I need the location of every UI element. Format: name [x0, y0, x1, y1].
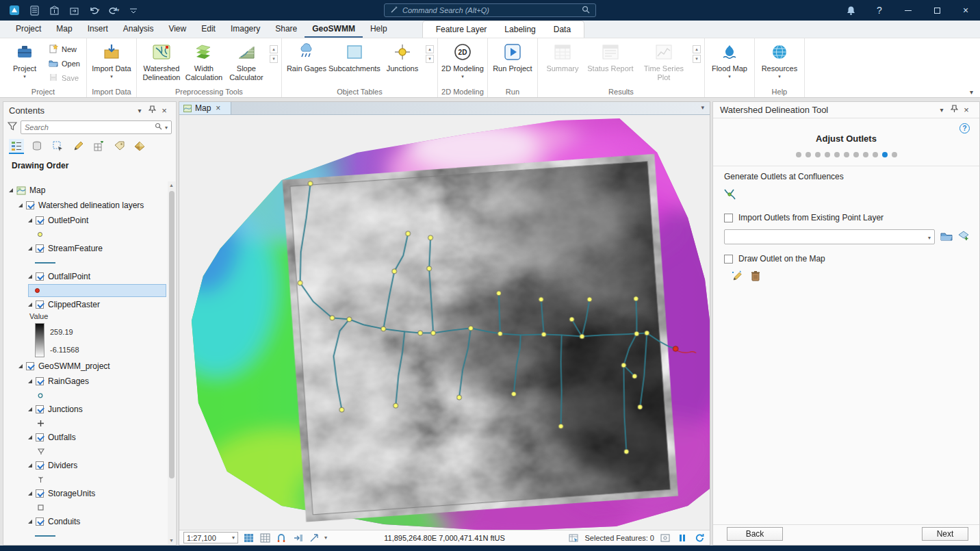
tab-help[interactable]: Help — [363, 21, 395, 38]
junctions-button[interactable]: Junctions — [381, 40, 424, 73]
junctions-symbol[interactable] — [5, 417, 167, 430]
map-canvas[interactable] — [179, 115, 710, 531]
new-button[interactable]: New — [46, 43, 83, 55]
close-button[interactable]: × — [951, 0, 980, 21]
project-button[interactable]: Project ▾ — [3, 40, 46, 79]
scroll-up-icon[interactable]: ▴ — [693, 45, 701, 53]
minimize-button[interactable] — [894, 0, 923, 21]
scroll-up-icon[interactable]: ▴ — [270, 45, 278, 53]
import-outlets-checkbox[interactable] — [724, 214, 733, 222]
tree-item-outfallpoint[interactable]: OutfallPoint — [5, 269, 167, 284]
dividers-symbol[interactable] — [5, 473, 167, 486]
collapse-icon[interactable] — [28, 520, 32, 524]
tree-item-watershed-delineation-layers[interactable]: Watershed delineation layers — [5, 198, 167, 213]
layer-visibility-checkbox[interactable] — [36, 433, 44, 441]
tab-view[interactable]: View — [161, 21, 194, 38]
status-report-button[interactable]: Status Report — [584, 40, 637, 73]
storageunits-symbol[interactable] — [5, 501, 167, 514]
outfallpoint-symbol-selected[interactable] — [28, 284, 166, 297]
collapse-icon[interactable] — [28, 218, 32, 222]
group-scroll-arrows[interactable]: ▴▾ — [270, 40, 278, 63]
group-scroll-arrows[interactable]: ▴▾ — [693, 40, 701, 63]
scroll-down-icon[interactable]: ▾ — [693, 55, 701, 63]
draw-outlet-pencil-icon[interactable] — [731, 270, 743, 283]
scroll-up-icon[interactable]: ▲ — [168, 181, 175, 189]
next-button[interactable]: Next — [922, 527, 968, 541]
save-button[interactable]: Save — [46, 72, 83, 84]
help-icon[interactable]: ? — [865, 0, 894, 21]
run-project-button[interactable]: Run Project — [491, 40, 534, 73]
contents-search-input[interactable] — [25, 123, 152, 131]
snapping-toggle-icon[interactable] — [275, 532, 287, 543]
collapse-icon[interactable] — [28, 407, 32, 411]
layer-visibility-checkbox[interactable] — [36, 461, 44, 470]
scroll-down-icon[interactable]: ▾ — [270, 55, 278, 63]
scroll-down-icon[interactable]: ▾ — [426, 55, 434, 63]
layer-visibility-checkbox[interactable] — [26, 362, 34, 370]
collapse-icon[interactable] — [18, 364, 23, 368]
tree-item-outletpoint[interactable]: OutletPoint — [5, 213, 167, 228]
tab-insert[interactable]: Insert — [80, 21, 116, 38]
collapse-icon[interactable] — [28, 435, 32, 439]
open-button[interactable]: Open — [46, 57, 83, 70]
raingages-symbol[interactable] — [5, 389, 167, 402]
list-by-perspective-icon[interactable] — [132, 139, 147, 154]
time-series-plot-button[interactable]: Time Series Plot — [637, 40, 691, 81]
package-icon[interactable] — [47, 3, 62, 17]
layer-visibility-checkbox[interactable] — [36, 517, 44, 526]
list-by-drawing-order-icon[interactable] — [9, 139, 24, 154]
tree-item-geoswmm-project[interactable]: GeoSWMM_project — [5, 359, 167, 374]
list-by-snapping-icon[interactable] — [91, 139, 106, 154]
tab-map[interactable]: Map — [49, 21, 79, 38]
tree-item-storageunits[interactable]: StorageUnits — [5, 486, 167, 501]
import-data-button[interactable]: Import Data ▾ — [90, 40, 133, 79]
layer-visibility-checkbox[interactable] — [36, 216, 44, 225]
notifications-bell-icon[interactable] — [836, 0, 865, 21]
subcatchments-button[interactable]: Subcatchments — [328, 40, 381, 73]
collapse-icon[interactable] — [28, 303, 32, 307]
scroll-down-icon[interactable]: ▼ — [168, 537, 175, 544]
navigate-icon[interactable] — [308, 532, 320, 543]
search-options-chevron-icon[interactable]: ▾ — [165, 125, 168, 131]
draw-outlet-checkbox[interactable] — [724, 255, 733, 264]
tree-item-clippedraster[interactable]: ClippedRaster — [5, 297, 167, 312]
tab-list-chevron-icon[interactable]: ▾ — [701, 102, 710, 114]
status-tools-chevron-icon[interactable]: ▾ — [324, 535, 327, 541]
notebook-icon[interactable] — [27, 3, 42, 17]
outletpoint-symbol[interactable] — [5, 228, 167, 241]
streamfeature-symbol[interactable] — [5, 256, 167, 269]
delete-outlet-trash-icon[interactable] — [751, 270, 760, 283]
2d-modeling-button[interactable]: 2D 2D Modeling ▾ — [441, 40, 484, 79]
resources-button[interactable]: Resources ▾ — [758, 40, 801, 79]
tree-item-conduits[interactable]: Conduits — [5, 514, 167, 529]
tab-project[interactable]: Project — [8, 21, 49, 38]
scroll-up-icon[interactable]: ▴ — [426, 45, 434, 53]
outfalls-symbol[interactable] — [5, 445, 167, 458]
tab-analysis[interactable]: Analysis — [116, 21, 162, 38]
tree-item-junctions[interactable]: Junctions — [5, 402, 167, 417]
close-tab-icon[interactable]: × — [216, 103, 220, 113]
close-pane-icon[interactable]: × — [158, 105, 170, 116]
package-export-icon[interactable] — [66, 3, 81, 17]
tree-item-streamfeature[interactable]: StreamFeature — [5, 241, 167, 256]
layer-visibility-checkbox[interactable] — [36, 489, 44, 498]
collapse-icon[interactable] — [9, 188, 13, 192]
scroll-thumb[interactable] — [169, 191, 175, 478]
tab-labeling[interactable]: Labeling — [495, 25, 544, 34]
pin-icon[interactable] — [146, 105, 158, 115]
tab-imagery[interactable]: Imagery — [223, 21, 268, 38]
group-scroll-arrows[interactable]: ▴▾ — [426, 40, 434, 63]
command-search[interactable]: Command Search (Alt+Q) — [384, 3, 596, 17]
summary-button[interactable]: Summary — [541, 40, 584, 73]
watershed-delineation-button[interactable]: Watershed Delineation — [140, 40, 183, 81]
spatial-reference-icon[interactable] — [242, 532, 255, 543]
tab-geoswmm[interactable]: GeoSWMM — [305, 21, 363, 38]
slope-calculator-button[interactable]: Slope Calculator — [225, 40, 268, 81]
layer-visibility-checkbox[interactable] — [36, 244, 44, 253]
layer-visibility-checkbox[interactable] — [36, 272, 44, 281]
pause-drawing-icon[interactable] — [676, 532, 688, 543]
layer-visibility-checkbox[interactable] — [36, 300, 44, 309]
tree-item-outfalls[interactable]: Outfalls — [5, 430, 167, 445]
flood-map-button[interactable]: Flood Map ▾ — [708, 40, 751, 79]
tool-help-icon[interactable]: ? — [959, 123, 970, 133]
